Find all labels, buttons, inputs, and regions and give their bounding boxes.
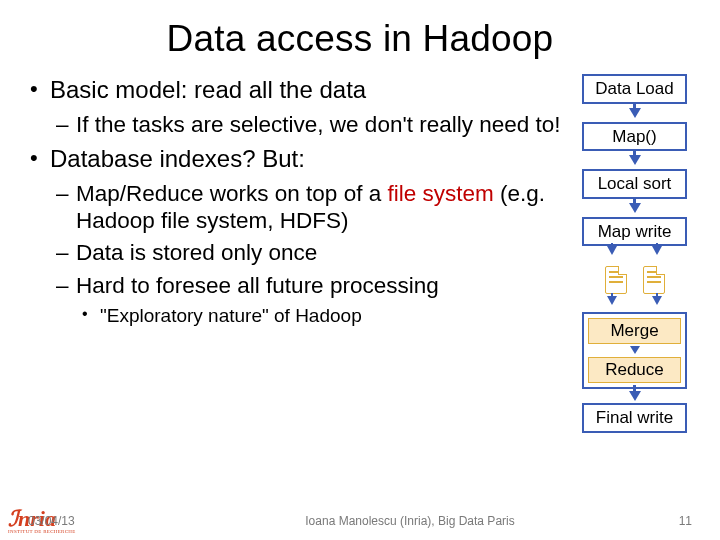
footer-author: Ioana Manolescu (Inria), Big Data Paris [188, 514, 632, 528]
stage-reduce: Reduce [588, 357, 681, 383]
stage-local-sort: Local sort [582, 169, 687, 199]
bullet-db-indexes: Database indexes? But: [28, 145, 567, 173]
stage-data-load: Data Load [582, 74, 687, 104]
stage-map-write: Map write [582, 217, 687, 247]
arrow-icon [629, 389, 641, 403]
logo-subtext: INSTITUT DE RECHERCHE [8, 529, 76, 534]
text-red: file system [387, 181, 493, 206]
flow-diagram: Data Load Map() Local sort Map write Mer… [577, 74, 692, 433]
file-icon [643, 266, 665, 294]
bullet-basic-model: Basic model: read all the data [28, 76, 567, 104]
arrow-icon [629, 151, 641, 169]
stage-map: Map() [582, 122, 687, 152]
double-arrow-icon [577, 296, 692, 312]
slide-footer: 03/04/13 Ioana Manolescu (Inria), Big Da… [0, 514, 720, 528]
bullet-exploratory: "Exploratory nature" of Hadoop [28, 305, 567, 327]
bullet-selective: If the tasks are selective, we don't rea… [28, 112, 567, 139]
bullet-mapreduce-fs: Map/Reduce works on top of a file system… [28, 181, 567, 234]
arrow-icon [630, 346, 640, 354]
double-arrow-icon [577, 246, 692, 262]
file-icon [605, 266, 627, 294]
slide-body: Basic model: read all the data If the ta… [28, 74, 692, 433]
arrow-icon [629, 199, 641, 217]
arrow-icon [629, 104, 641, 122]
bullet-hard-foresee: Hard to foresee all future processing [28, 273, 567, 300]
bullet-stored-once: Data is stored only once [28, 240, 567, 267]
text-pre: Map/Reduce works on top of a [76, 181, 387, 206]
file-icons-row [605, 266, 665, 294]
text-column: Basic model: read all the data If the ta… [28, 74, 567, 433]
footer-date: 03/04/13 [28, 514, 188, 528]
slide: Data access in Hadoop Basic model: read … [0, 0, 720, 540]
stage-merge: Merge [588, 318, 681, 344]
footer-page-number: 11 [632, 514, 692, 528]
stage-final-write: Final write [582, 403, 687, 433]
slide-title: Data access in Hadoop [28, 18, 692, 60]
stage-merge-reduce-group: Merge Reduce [582, 312, 687, 389]
